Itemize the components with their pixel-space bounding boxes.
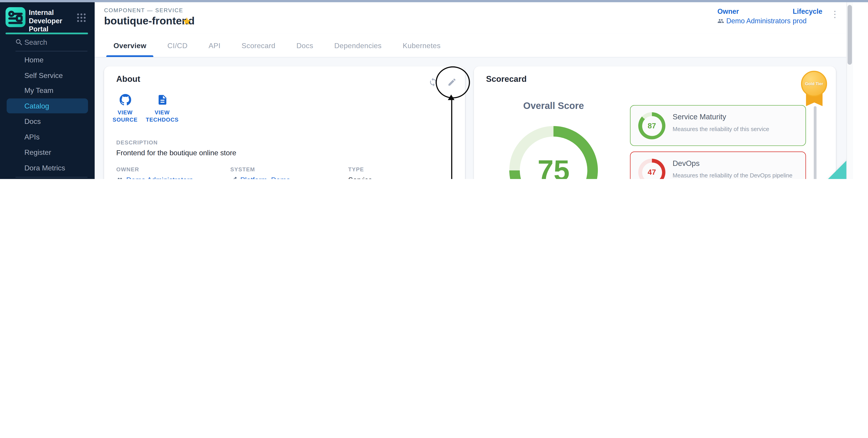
score-name: DevOps xyxy=(673,159,800,168)
score-donut: 47 xyxy=(638,159,665,179)
sidebar-item-search[interactable]: Search xyxy=(0,35,95,49)
owner-block: Owner Demo Administrators xyxy=(717,8,790,25)
score-description: Measures the reliability of the DevOps p… xyxy=(673,172,800,178)
brand-block[interactable]: Internal Developer Portal xyxy=(5,7,90,28)
score-list-viewport: 87 Service Maturity Measures the reliabi… xyxy=(630,105,810,179)
score-donut: 87 xyxy=(638,112,665,139)
field-type: TYPE Service xyxy=(348,166,372,179)
score-card-devops[interactable]: 47 DevOps Measures the reliability of th… xyxy=(630,151,806,179)
portal-logo-icon xyxy=(5,7,25,27)
score-name: Service Maturity xyxy=(673,113,800,121)
sidebar-item-self-service[interactable]: Self Service xyxy=(0,68,95,82)
breadcrumb: COMPONENT — SERVICE xyxy=(104,7,183,13)
field-description: DESCRIPTION Frontend for the boutique on… xyxy=(116,139,236,157)
system-icon xyxy=(230,176,238,179)
score-list-scrollbar[interactable] xyxy=(814,106,816,179)
page-title: boutique-frontend xyxy=(104,15,195,27)
tab-kubernetes[interactable]: Kubernetes xyxy=(392,34,451,57)
tab-api[interactable]: API xyxy=(198,34,231,57)
view-techdocs-button[interactable]: VIEW TECHDOCS xyxy=(145,94,180,124)
owner-link[interactable]: Demo Administrators xyxy=(717,17,790,25)
tab-overview[interactable]: Overview xyxy=(103,34,157,57)
sidebar-item-my-team[interactable]: My Team xyxy=(0,83,95,97)
view-source-button[interactable]: VIEW SOURCE xyxy=(111,94,140,124)
sidebar-divider xyxy=(16,51,88,51)
entity-tabs: Overview CI/CD API Scorecard Docs Depend… xyxy=(95,34,846,58)
owner-label: Owner xyxy=(717,8,790,15)
page-scrollbar-thumb[interactable] xyxy=(847,5,852,65)
apps-grid-icon[interactable] xyxy=(76,13,87,23)
field-owner: OWNER Demo Administrators xyxy=(116,166,193,179)
tab-docs[interactable]: Docs xyxy=(286,34,323,57)
sidebar-item-docs[interactable]: Docs xyxy=(0,114,95,128)
about-title: About xyxy=(116,74,140,83)
tab-scorecard[interactable]: Scorecard xyxy=(231,34,286,57)
overall-score-value: 75 xyxy=(509,126,598,179)
tab-cicd[interactable]: CI/CD xyxy=(157,34,198,57)
brand-title: Internal Developer Portal xyxy=(29,9,76,34)
favorite-star-icon[interactable] xyxy=(182,16,192,26)
tab-dependencies[interactable]: Dependencies xyxy=(324,34,392,57)
more-options-icon[interactable]: ⋮ xyxy=(831,10,839,19)
sidebar-item-dora-metrics[interactable]: Dora Metrics xyxy=(0,161,95,174)
lifecycle-label: Lifecycle xyxy=(793,8,822,15)
lifecycle-block: Lifecycle prod xyxy=(793,8,822,25)
score-description: Measures the reliability of this service xyxy=(673,126,800,132)
brand-divider xyxy=(5,33,88,34)
internal-developer-portal-app: Internal Developer Portal Search Home Se… xyxy=(0,0,868,179)
annotation-arrow-line xyxy=(451,99,452,179)
system-link[interactable]: Platform_Demo xyxy=(230,176,290,179)
sidebar-item-register[interactable]: Register xyxy=(0,145,95,159)
sidebar-item-home[interactable]: Home xyxy=(0,53,95,66)
github-icon xyxy=(119,94,131,106)
score-card-service-maturity[interactable]: 87 Service Maturity Measures the reliabi… xyxy=(630,105,806,146)
sidebar-divider xyxy=(16,177,88,177)
about-card: About VIEW SOURCE VIEW TECHDOCS DESCRIPT… xyxy=(104,66,465,179)
sidebar-item-apis[interactable]: APIs xyxy=(0,130,95,143)
sidebar-item-catalog[interactable]: Catalog xyxy=(0,99,95,112)
sidebar: Internal Developer Portal Search Home Se… xyxy=(0,2,95,179)
overall-score-label: Overall Score xyxy=(487,101,620,112)
techdocs-doc-icon xyxy=(156,94,168,106)
top-accent-strip xyxy=(0,0,868,2)
search-icon xyxy=(15,38,23,46)
field-system: SYSTEM Platform_Demo xyxy=(230,166,290,179)
scorecard-title: Scorecard xyxy=(486,74,527,83)
annotation-circle xyxy=(436,66,470,99)
overall-score-donut: 75 xyxy=(509,126,598,179)
scorecard-card: Scorecard Overall Score 75 Gold Tier 87 … xyxy=(474,66,836,179)
owner-link[interactable]: Demo Administrators xyxy=(116,176,193,179)
people-icon xyxy=(717,18,724,24)
right-gutter xyxy=(853,2,868,179)
entity-header: COMPONENT — SERVICE boutique-frontend Ow… xyxy=(95,2,846,34)
people-icon xyxy=(116,176,124,179)
gold-tier-badge: Gold Tier xyxy=(801,71,827,97)
lifecycle-value: prod xyxy=(793,17,822,25)
